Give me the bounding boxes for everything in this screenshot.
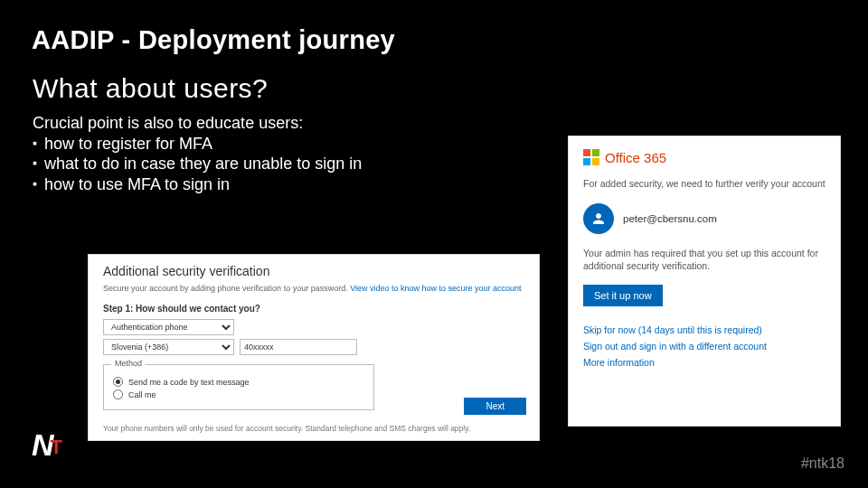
method-legend: Method	[111, 359, 146, 368]
method-fieldset: Method Send me a code by text message Ca…	[103, 364, 374, 410]
ntk-logo-t: T	[51, 436, 62, 459]
user-email: peter@cbersnu.com	[623, 213, 717, 224]
sub-heading: What about users?	[0, 55, 868, 104]
set-it-up-now-button[interactable]: Set it up now	[583, 285, 663, 306]
asv-desc-text: Secure your account by adding phone veri…	[103, 284, 350, 293]
office365-logo-text: Office 365	[605, 150, 666, 165]
office365-logo: Office 365	[583, 149, 826, 165]
radio-sms-label: Send me a code by text message	[128, 378, 250, 387]
next-button[interactable]: Next	[464, 398, 526, 415]
more-information-link[interactable]: More information	[583, 357, 826, 368]
screenshot-security-verification: Additional security verification Secure …	[88, 254, 540, 441]
asv-description: Secure your account by adding phone veri…	[103, 284, 524, 293]
hashtag-footer: #ntk18	[801, 455, 844, 472]
office-grid-icon	[583, 149, 599, 165]
user-avatar-icon	[583, 203, 614, 234]
radio-sms[interactable]	[113, 377, 123, 387]
radio-call[interactable]	[113, 389, 123, 399]
asv-video-link[interactable]: View video to know how to secure your ac…	[350, 284, 521, 293]
intro-line: Crucial point is also to educate users:	[33, 113, 868, 134]
contact-method-select[interactable]: Authentication phone	[103, 319, 234, 335]
skip-for-now-link[interactable]: Skip for now (14 days until this is requ…	[583, 324, 826, 335]
security-message: For added security, we need to further v…	[583, 178, 826, 189]
phone-number-input[interactable]	[240, 339, 357, 355]
step-1-label: Step 1: How should we contact you?	[103, 304, 524, 314]
phone-footnote: Your phone numbers will only be used for…	[103, 424, 470, 433]
radio-call-label: Call me	[128, 390, 156, 399]
asv-title: Additional security verification	[103, 264, 524, 278]
ntk-logo: N T	[32, 427, 66, 463]
admin-required-message: Your admin has required that you set up …	[583, 247, 826, 272]
screenshot-o365-mfa-prompt: Office 365 For added security, we need t…	[568, 136, 841, 427]
country-code-select[interactable]: Slovenia (+386)	[103, 339, 234, 355]
slide-title: AADIP - Deployment journey	[0, 0, 868, 55]
sign-out-link[interactable]: Sign out and sign in with a different ac…	[583, 341, 826, 352]
